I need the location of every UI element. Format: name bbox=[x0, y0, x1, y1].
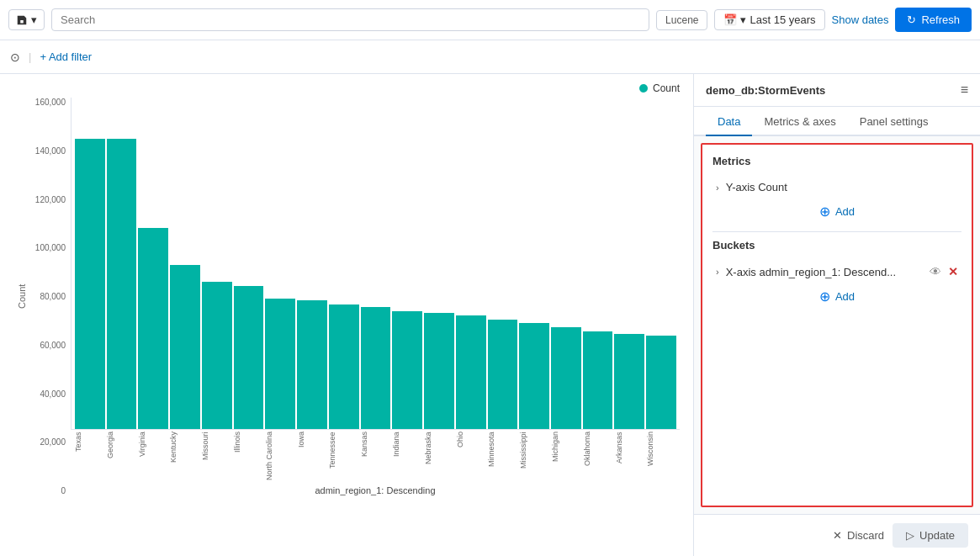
legend-dot bbox=[639, 84, 648, 93]
x-labels: TexasGeorgiaVirginiaKentuckyMissouriIlli… bbox=[71, 432, 680, 482]
bar[interactable] bbox=[107, 139, 137, 429]
discard-button[interactable]: ✕ Discard bbox=[833, 529, 884, 542]
add-metric-button[interactable]: ⊕ Add bbox=[712, 199, 961, 225]
y-axis-tick: 80,000 bbox=[40, 292, 66, 301]
panel-body: Metrics › Y-axis Count ⊕ Add Buckets › X… bbox=[701, 143, 973, 507]
update-button[interactable]: ▷ Update bbox=[893, 523, 968, 548]
bar[interactable] bbox=[297, 300, 327, 429]
time-range-label: Last 15 years bbox=[750, 13, 815, 26]
x-axis-label: Kansas bbox=[360, 432, 390, 482]
filter-icon[interactable]: ⊙ bbox=[10, 50, 20, 64]
bar[interactable] bbox=[614, 334, 644, 429]
panel-tabs: DataMetrics & axesPanel settings bbox=[694, 107, 980, 136]
y-axis-tick: 40,000 bbox=[40, 389, 66, 399]
y-axis-tick: 140,000 bbox=[35, 146, 66, 156]
lucene-badge: Lucene bbox=[656, 10, 707, 30]
bars-container bbox=[71, 98, 680, 430]
x-axis-label: Indiana bbox=[392, 432, 422, 482]
add-metric-label: Add bbox=[835, 205, 855, 218]
y-axis-tick: 60,000 bbox=[40, 341, 66, 350]
bar[interactable] bbox=[138, 228, 168, 429]
save-button[interactable]: ▾ bbox=[8, 9, 45, 30]
legend-label: Count bbox=[653, 82, 680, 94]
x-axis-label: Texas bbox=[74, 432, 104, 482]
bar[interactable] bbox=[551, 327, 581, 429]
bar[interactable] bbox=[75, 139, 105, 429]
panel-tab-data[interactable]: Data bbox=[706, 107, 752, 136]
time-picker[interactable]: 📅 ▾ Last 15 years bbox=[714, 9, 824, 30]
x-axis-label: Michigan bbox=[551, 432, 581, 482]
discard-x-icon: ✕ bbox=[833, 529, 842, 542]
x-axis-title: admin_region_1: Descending bbox=[71, 485, 680, 495]
bar[interactable] bbox=[424, 313, 454, 429]
chevron-right-icon: › bbox=[716, 183, 719, 193]
play-icon: ▷ bbox=[906, 529, 914, 542]
bar[interactable] bbox=[456, 315, 486, 429]
calendar-icon: 📅 bbox=[723, 13, 737, 26]
bar[interactable] bbox=[202, 282, 232, 429]
y-axis-label: Count bbox=[13, 98, 27, 495]
panel-menu-icon[interactable]: ≡ bbox=[961, 82, 968, 98]
x-axis-label: North Carolina bbox=[265, 432, 295, 482]
refresh-button[interactable]: ↻ Refresh bbox=[895, 8, 972, 32]
metric-label: Y-axis Count bbox=[726, 181, 787, 193]
metric-item[interactable]: › Y-axis Count bbox=[712, 176, 961, 199]
filter-separator: | bbox=[29, 50, 31, 63]
y-axis-tick: 160,000 bbox=[35, 98, 66, 107]
panel-footer: ✕ Discard ▷ Update bbox=[694, 514, 980, 556]
bar[interactable] bbox=[361, 307, 391, 429]
right-panel: demo_db:StormEvents ≡ DataMetrics & axes… bbox=[694, 74, 980, 556]
x-axis-label: Missouri bbox=[201, 432, 231, 482]
y-axis-tick: 100,000 bbox=[35, 243, 66, 252]
buckets-section-title: Buckets bbox=[712, 239, 961, 252]
y-axis-tick: 120,000 bbox=[35, 195, 66, 204]
plus-bucket-icon: ⊕ bbox=[819, 289, 830, 304]
search-input[interactable] bbox=[51, 8, 649, 31]
chart-bottom-area: TexasGeorgiaVirginiaKentuckyMissouriIlli… bbox=[71, 430, 680, 495]
bar[interactable] bbox=[488, 320, 518, 430]
show-dates-button[interactable]: Show dates bbox=[832, 13, 889, 26]
main-area: Count Count 160,000140,000120,000100,000… bbox=[0, 74, 980, 556]
eye-icon[interactable]: 👁 bbox=[930, 265, 941, 278]
refresh-icon: ↻ bbox=[907, 13, 916, 26]
x-axis-label: Oklahoma bbox=[583, 432, 613, 482]
y-axis-tick: 20,000 bbox=[40, 437, 66, 447]
time-picker-caret: ▾ bbox=[740, 13, 746, 26]
x-axis-label: Ohio bbox=[456, 432, 486, 482]
bar[interactable] bbox=[234, 286, 264, 429]
bucket-chevron-icon[interactable]: › bbox=[716, 267, 719, 277]
section-divider bbox=[712, 231, 961, 232]
bucket-item-actions: 👁 ✕ bbox=[930, 265, 958, 278]
y-axis: 160,000140,000120,000100,00080,00060,000… bbox=[27, 98, 71, 495]
x-axis-label: Arkansas bbox=[615, 432, 645, 482]
bar[interactable] bbox=[583, 331, 613, 429]
x-axis-label: Iowa bbox=[297, 432, 327, 482]
panel-title: demo_db:StormEvents bbox=[706, 84, 825, 97]
y-axis-tick: 0 bbox=[61, 486, 66, 495]
bar[interactable] bbox=[170, 265, 200, 429]
bar[interactable] bbox=[392, 311, 422, 429]
x-axis-label: Nebraska bbox=[424, 432, 454, 482]
remove-bucket-icon[interactable]: ✕ bbox=[948, 265, 958, 278]
save-icon bbox=[16, 14, 28, 26]
add-bucket-button[interactable]: ⊕ Add bbox=[712, 283, 961, 310]
x-axis-label: Kentucky bbox=[169, 432, 199, 482]
bucket-label: X-axis admin_region_1: Descend... bbox=[726, 266, 896, 278]
bar[interactable] bbox=[329, 304, 359, 429]
bar[interactable] bbox=[519, 323, 549, 429]
panel-tab-panel-settings[interactable]: Panel settings bbox=[848, 107, 940, 136]
chart-legend: Count bbox=[13, 82, 680, 94]
x-axis-label: Tennessee bbox=[328, 432, 358, 482]
x-axis-label: Mississippi bbox=[519, 432, 549, 482]
update-label: Update bbox=[919, 529, 955, 542]
panel-tab-metrics-&-axes[interactable]: Metrics & axes bbox=[752, 107, 847, 136]
bar[interactable] bbox=[646, 336, 676, 429]
add-filter-button[interactable]: + Add filter bbox=[40, 50, 92, 63]
chart-content: TexasGeorgiaVirginiaKentuckyMissouriIlli… bbox=[71, 98, 680, 495]
chart-panel: Count Count 160,000140,000120,000100,000… bbox=[0, 74, 694, 556]
x-axis-label: Wisconsin bbox=[646, 432, 676, 482]
save-icon-caret: ▾ bbox=[31, 13, 37, 26]
bar[interactable] bbox=[265, 299, 295, 429]
plus-icon: ⊕ bbox=[819, 204, 830, 220]
x-axis-label: Minnesota bbox=[487, 432, 517, 482]
